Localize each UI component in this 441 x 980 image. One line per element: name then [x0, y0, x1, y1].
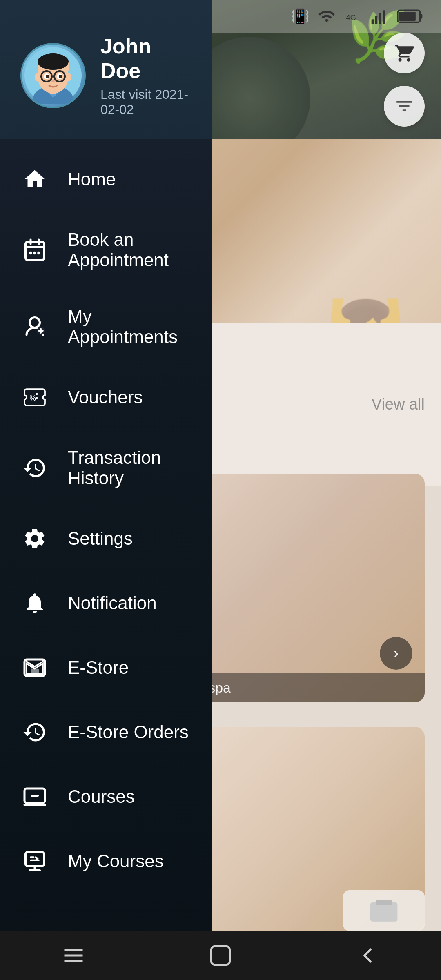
svg-point-27: [35, 73, 40, 81]
sidebar-item-vouchers[interactable]: % Vouchers: [0, 365, 212, 430]
bottom-nav-back[interactable]: [294, 943, 441, 968]
sidebar-item-notification[interactable]: Notification: [0, 571, 212, 635]
sidebar-item-e-store-orders[interactable]: E-Store Orders: [0, 700, 212, 764]
svg-rect-45: [26, 852, 44, 866]
bell-icon: [20, 589, 49, 617]
sidebar-label-courses: Courses: [68, 786, 135, 807]
profile-info: John Doe Last visit 2021-02-02: [100, 34, 192, 117]
filter-icon: [394, 96, 414, 116]
svg-rect-6: [383, 10, 385, 24]
avatar: [20, 43, 86, 108]
svg-rect-0: [370, 902, 398, 922]
svg-point-24: [46, 75, 49, 78]
sidebar-item-transaction-history[interactable]: Transaction History: [0, 430, 212, 506]
svg-rect-3: [372, 19, 374, 24]
sidebar-label-settings: Settings: [68, 528, 133, 549]
svg-rect-5: [379, 13, 381, 24]
sidebar-label-my-appointments: My Appointments: [68, 306, 192, 347]
sidebar-label-my-courses: My Courses: [68, 851, 164, 871]
home-icon: [20, 165, 49, 194]
sidebar-item-home[interactable]: Home: [0, 147, 212, 212]
my-courses-icon: [20, 847, 49, 875]
bottom-nav-menu[interactable]: [0, 943, 147, 968]
sidebar-label-vouchers: Vouchers: [68, 387, 143, 408]
sidebar-label-home: Home: [68, 169, 116, 189]
svg-point-33: [29, 252, 32, 255]
settings-icon: [20, 524, 49, 553]
svg-point-16: [38, 53, 69, 70]
svg-rect-1: [376, 900, 392, 905]
svg-point-26: [51, 80, 55, 82]
partial-icon: [368, 894, 400, 927]
sidebar-label-notification: Notification: [68, 593, 157, 613]
bottom-partial-decoration: [343, 890, 425, 931]
history-icon: [20, 454, 49, 482]
orders-icon: [20, 718, 49, 746]
svg-text:4G: 4G: [346, 13, 356, 22]
nav-menu: Home Book an Appointment: [0, 139, 212, 980]
svg-point-28: [66, 73, 71, 81]
calendar-icon: [20, 236, 49, 264]
sidebar-label-book-appointment: Book an Appointment: [68, 229, 192, 270]
sidebar-label-e-store-orders: E-Store Orders: [68, 722, 189, 742]
courses-icon: [20, 782, 49, 811]
svg-rect-29: [26, 242, 44, 260]
data-icon: 4G: [344, 7, 362, 25]
profile-section: John Doe Last visit 2021-02-02: [0, 0, 212, 139]
home-bottom-icon: [208, 943, 233, 968]
sidebar: John Doe Last visit 2021-02-02 Home: [0, 0, 212, 980]
wifi-icon: [318, 7, 336, 25]
top-actions: [384, 33, 425, 127]
voucher-icon: %: [20, 383, 49, 412]
svg-point-34: [33, 252, 36, 255]
svg-rect-41: [31, 669, 39, 676]
filter-button[interactable]: [384, 86, 425, 127]
sidebar-item-e-store[interactable]: E-Store: [0, 635, 212, 700]
back-icon: [355, 943, 380, 968]
sidebar-item-courses[interactable]: Courses: [0, 764, 212, 829]
svg-point-35: [37, 252, 40, 255]
cart-icon: [394, 43, 414, 63]
svg-rect-8: [399, 12, 416, 21]
menu-icon: [61, 943, 86, 968]
svg-text:%: %: [30, 394, 36, 402]
store-icon: [20, 653, 49, 682]
svg-rect-4: [375, 16, 378, 24]
svg-point-36: [30, 318, 40, 328]
battery-icon: [396, 7, 425, 25]
sidebar-item-my-courses[interactable]: My Courses: [0, 829, 212, 893]
sidebar-label-transaction-history: Transaction History: [68, 448, 192, 488]
bottom-nav-bar: [0, 931, 441, 980]
svg-rect-46: [212, 947, 230, 965]
signal-icon: [370, 7, 388, 25]
profile-name: John Doe: [100, 34, 192, 83]
avatar-image: [24, 47, 82, 104]
sidebar-item-book-appointment[interactable]: Book an Appointment: [0, 212, 212, 288]
svg-rect-9: [420, 14, 423, 19]
sidebar-item-settings[interactable]: Settings: [0, 506, 212, 571]
cart-button[interactable]: [384, 33, 425, 74]
appointments-icon: [20, 312, 49, 341]
vibrate-icon: 📳: [291, 8, 310, 25]
bottom-nav-home[interactable]: [147, 943, 294, 968]
svg-point-25: [59, 75, 62, 78]
sidebar-item-my-appointments[interactable]: My Appointments: [0, 288, 212, 365]
sidebar-label-e-store: E-Store: [68, 657, 129, 678]
profile-last-visit: Last visit 2021-02-02: [100, 87, 192, 117]
